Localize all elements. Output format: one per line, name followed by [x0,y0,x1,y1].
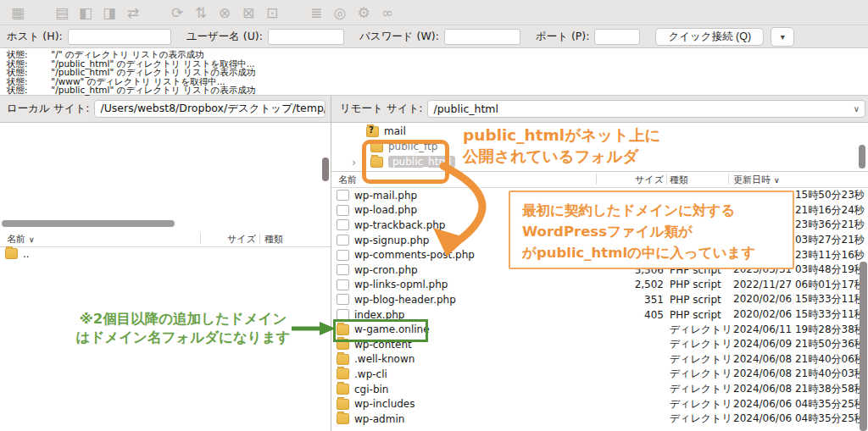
remote-file-row[interactable]: .well-known ディレクトリ 2024/06/08 21時40分06秒 [331,352,868,367]
disconnect-icon[interactable]: ⊠ [237,3,259,23]
remote-file-row[interactable]: wp-trackback.php 2024/05/22 23時36分21秒 [331,218,868,233]
remote-tree: ? mail public_ftp › public_html [331,123,868,172]
file-modified: 2024/06/16 15時50分23秒 [733,188,867,202]
file-type: ディレクトリ [670,412,732,426]
file-size: 351 [601,294,664,306]
quickconnect-dropdown-button[interactable]: ▾ [771,27,794,47]
host-label: ホスト (H): [7,30,63,44]
file-type: ディレクトリ [670,367,732,381]
local-site-combo[interactable]: /Users/webst8/Dropbox/デスクトップ/temp/ ∨ [94,100,326,118]
find-files-icon[interactable]: ∞ [376,3,398,23]
site-manager-icon[interactable]: ▦ [7,3,29,23]
sort-descending-icon: ∨ [774,176,780,185]
local-site-label: ローカル サイト: [7,102,89,116]
reconnect-icon[interactable]: ⊡ [261,3,283,23]
quickconnect-bar: ホスト (H): ユーザー名 (U): パスワード (W): ポート (P): … [0,25,868,48]
file-type: ディレクトリ [670,397,732,412]
file-modified: 2024/04/20 03時27分21秒 [733,233,867,247]
chevron-down-icon: ▾ [781,32,785,41]
tree-item-public-ftp[interactable]: public_ftp [331,139,868,154]
file-modified: 2020/02/06 15時33分11秒 [733,292,867,307]
host-input[interactable] [68,29,171,45]
message-log-icon[interactable]: ▤ [51,3,73,23]
file-name: wp-blog-header.php [354,294,456,306]
file-size: 2,502 [601,279,664,290]
file-name: wp-comments-post.php [354,249,475,261]
file-type: ディレクトリ [670,352,732,367]
remote-file-row[interactable]: index.php 405 PHP script 2020/02/06 15時3… [331,307,868,323]
filter-icon[interactable]: ◎ [329,3,351,23]
remote-list-header: 名前 サイズ 種類 更新日時∨ [331,172,868,188]
file-name: .wp-cli [354,368,387,380]
message-log: 状態: "/" のディレクトリ リストの表示成功 状態: "/public_ht… [0,48,868,96]
refresh-icon[interactable]: ⟳ [166,3,188,23]
remote-file-row[interactable]: wp-load.php 2024/06/16 21時16分24秒 [331,203,868,218]
file-type: PHP script [670,309,721,321]
remote-file-row[interactable]: wp-comments-post.php 2024/03/14 23時11分16… [331,247,868,262]
local-tree-icon[interactable]: ◧ [75,3,97,23]
file-modified: 2024/06/06 04時35分25秒 [733,412,867,426]
remote-file-row[interactable]: wp-content ディレクトリ 2024/06/09 21時50分36秒 [331,337,868,352]
remote-header-name[interactable]: 名前 [338,174,357,186]
local-header-name[interactable]: 名前∨ [7,233,35,246]
file-type: PHP script [670,294,721,306]
expander-icon[interactable]: › [352,156,356,169]
folder-icon [5,248,18,259]
file-icon [337,235,349,246]
sort-descending-icon: ∨ [29,235,35,244]
file-modified: 2024/06/09 21時50分36秒 [733,337,867,351]
local-file-row[interactable]: .. [0,246,331,262]
file-name: wp-content [354,339,412,351]
remote-file-row[interactable]: wp-cron.php 5,506 PHP script 2023/05/31 … [331,262,868,278]
cancel-icon[interactable]: ⊗ [214,3,236,23]
local-tree-horizontal-scrollbar[interactable] [2,220,175,227]
process-queue-icon[interactable]: ⇅ [190,3,212,23]
folder-icon [337,384,349,395]
file-modified: 2024/06/08 21時40分06秒 [733,352,867,367]
remote-file-row[interactable]: wp-signup.php 2024/04/20 03時27分21秒 [331,233,868,248]
remote-header-modified[interactable]: 更新日時∨ [733,174,780,186]
remote-site-combo[interactable]: /public_html ∨ [427,100,865,118]
local-tree-vertical-scrollbar[interactable] [322,157,329,181]
password-input[interactable] [444,29,520,45]
remote-file-row[interactable]: wp-blog-header.php 351 PHP script 2020/0… [331,292,868,307]
remote-header-type[interactable]: 種類 [670,174,688,186]
file-name: wp-includes [354,398,415,410]
remote-file-row[interactable]: wp-includes ディレクトリ 2024/06/06 04時35分25秒 [331,396,868,412]
local-header-type[interactable]: 種類 [264,233,283,246]
username-input[interactable] [268,29,344,45]
tree-item-public-html[interactable]: › public_html [331,154,868,169]
remote-header-size[interactable]: サイズ [601,174,664,186]
remote-tree-icon[interactable]: ◨ [98,3,120,23]
file-icon [337,250,349,261]
file-modified: 2024/06/08 21時40分03秒 [733,367,867,381]
file-name: wp-load.php [354,204,417,216]
local-site-bar: ローカル サイト: /Users/webst8/Dropbox/デスクトップ/t… [0,96,331,123]
folder-icon [337,324,349,335]
directory-listing-icon[interactable]: ≣ [305,3,327,23]
file-icon [337,264,349,275]
remote-file-row[interactable]: cgi-bin ディレクトリ 2024/06/08 21時38分58秒 [331,382,868,397]
quickconnect-button[interactable]: クイック接続 (Q) [655,28,764,46]
remote-file-row[interactable]: wp-admin ディレクトリ 2024/06/06 04時35分25秒 [331,412,868,427]
local-site-path: /Users/webst8/Dropbox/デスクトップ/temp/ [100,102,326,116]
remote-file-row[interactable]: wp-mail.php 2024/06/16 15時50分23秒 [331,188,868,203]
remote-list-vertical-scrollbar[interactable] [860,262,867,431]
remote-file-row[interactable]: w-game.online ディレクトリ 2024/06/11 19時28分38… [331,322,868,337]
file-modified: 2022/11/27 06時01分17秒 [733,278,867,292]
remote-tree-vertical-scrollbar[interactable] [859,145,865,169]
remote-file-row[interactable]: .wp-cli ディレクトリ 2024/06/08 21時40分03秒 [331,367,868,382]
remote-file-row[interactable]: wp-links-opml.php 2,502 PHP script 2022/… [331,278,868,293]
file-size: 5,506 [601,264,664,276]
file-modified: 2023/05/31 03時48分19秒 [733,262,867,277]
port-input[interactable] [594,29,640,45]
tree-item-mail[interactable]: ? mail [331,124,868,139]
password-label: パスワード (W): [359,30,439,44]
file-modified: 2024/06/11 19時28分38秒 [733,323,867,337]
sync-browsing-icon[interactable]: ⚙ [353,3,375,23]
transfer-queue-icon[interactable]: ⇄ [122,3,144,23]
log-status-prefix: 状態: [0,50,48,59]
local-header-size[interactable]: サイズ [207,233,256,246]
chevron-down-icon: ∨ [854,104,860,113]
file-type: ディレクトリ [670,323,732,337]
